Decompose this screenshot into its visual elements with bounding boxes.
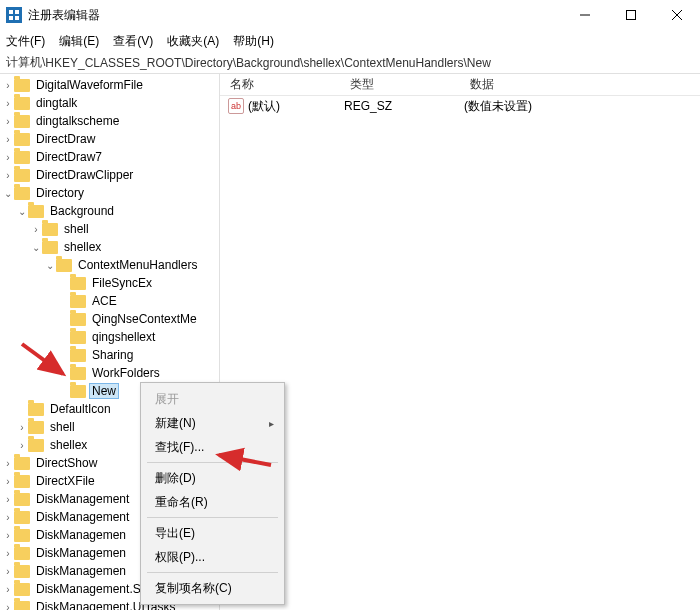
cm-new[interactable]: 新建(N)▸ [141, 411, 284, 435]
tree-label: DiskManagement [34, 510, 131, 524]
tree-item[interactable]: ACE [0, 292, 219, 310]
folder-icon [14, 547, 30, 560]
tree-item[interactable]: ⌄ContextMenuHandlers [0, 256, 219, 274]
cm-label: 查找(F)... [155, 439, 204, 456]
cm-find[interactable]: 查找(F)... [141, 435, 284, 459]
cm-export[interactable]: 导出(E) [141, 521, 284, 545]
tree-label: Directory [34, 186, 86, 200]
folder-icon [14, 133, 30, 146]
close-button[interactable] [654, 0, 700, 30]
chevron-right-icon[interactable]: › [16, 440, 28, 451]
value-type: REG_SZ [344, 99, 464, 113]
folder-icon [56, 259, 72, 272]
chevron-right-icon[interactable]: › [2, 476, 14, 487]
tree-item[interactable]: ›DirectDrawClipper [0, 166, 219, 184]
tree-label: DirectShow [34, 456, 99, 470]
tree-label: DigitalWaveformFile [34, 78, 145, 92]
folder-icon [14, 601, 30, 611]
folder-icon [28, 403, 44, 416]
cm-label: 复制项名称(C) [155, 580, 232, 597]
menu-edit[interactable]: 编辑(E) [59, 33, 99, 50]
folder-icon [70, 367, 86, 380]
chevron-right-icon[interactable]: › [2, 548, 14, 559]
value-row[interactable]: ab (默认) REG_SZ (数值未设置) [220, 96, 700, 116]
chevron-right-icon[interactable]: › [2, 134, 14, 145]
chevron-down-icon[interactable]: ⌄ [2, 188, 14, 199]
cm-permissions[interactable]: 权限(P)... [141, 545, 284, 569]
path-value: HKEY_CLASSES_ROOT\Directory\Background\s… [45, 56, 491, 70]
chevron-right-icon[interactable]: › [2, 152, 14, 163]
tree-label: WorkFolders [90, 366, 162, 380]
chevron-right-icon[interactable]: › [2, 98, 14, 109]
tree-item[interactable]: qingshellext [0, 328, 219, 346]
tree-item[interactable]: ⌄Directory [0, 184, 219, 202]
tree-item[interactable]: ›dingtalk [0, 94, 219, 112]
chevron-right-icon[interactable]: › [2, 602, 14, 611]
chevron-right-icon[interactable]: › [2, 116, 14, 127]
app-icon [6, 7, 22, 23]
chevron-right-icon[interactable]: › [2, 494, 14, 505]
cm-separator [147, 462, 278, 463]
tree-item[interactable]: FileSyncEx [0, 274, 219, 292]
window-title: 注册表编辑器 [28, 7, 562, 24]
menu-help[interactable]: 帮助(H) [233, 33, 274, 50]
minimize-button[interactable] [562, 0, 608, 30]
svg-rect-1 [15, 10, 19, 14]
tree-item[interactable]: Sharing [0, 346, 219, 364]
tree-label: DirectDrawClipper [34, 168, 135, 182]
cm-label: 权限(P)... [155, 549, 205, 566]
tree-item[interactable]: ›DirectDraw7 [0, 148, 219, 166]
chevron-right-icon[interactable]: › [2, 512, 14, 523]
cm-label: 重命名(R) [155, 494, 208, 511]
chevron-right-icon[interactable]: › [2, 530, 14, 541]
tree-item[interactable]: WorkFolders [0, 364, 219, 382]
col-name[interactable]: 名称 [220, 76, 340, 93]
values-panel[interactable]: 名称 类型 数据 ab (默认) REG_SZ (数值未设置) [220, 74, 700, 610]
cm-label: 导出(E) [155, 525, 195, 542]
tree-item[interactable]: QingNseContextMe [0, 310, 219, 328]
menu-file[interactable]: 文件(F) [6, 33, 45, 50]
cm-rename[interactable]: 重命名(R) [141, 490, 284, 514]
tree-item[interactable]: ›shell [0, 220, 219, 238]
tree-label: DirectDraw7 [34, 150, 104, 164]
tree-label: DirectDraw [34, 132, 97, 146]
cm-label: 删除(D) [155, 470, 196, 487]
cm-expand: 展开 [141, 387, 284, 411]
menu-favorites[interactable]: 收藏夹(A) [167, 33, 219, 50]
tree-item[interactable]: ›DigitalWaveformFile [0, 76, 219, 94]
chevron-right-icon[interactable]: › [16, 422, 28, 433]
chevron-right-icon[interactable]: › [2, 566, 14, 577]
content-area: ›DigitalWaveformFile ›dingtalk ›dingtalk… [0, 74, 700, 610]
tree-item[interactable]: ›DirectDraw [0, 130, 219, 148]
tree-item[interactable]: ⌄Background [0, 202, 219, 220]
svg-rect-0 [9, 10, 13, 14]
chevron-down-icon[interactable]: ⌄ [16, 206, 28, 217]
cm-copy-key-name[interactable]: 复制项名称(C) [141, 576, 284, 600]
menu-view[interactable]: 查看(V) [113, 33, 153, 50]
tree-label: DiskManagemen [34, 564, 128, 578]
folder-icon [28, 439, 44, 452]
col-data[interactable]: 数据 [460, 76, 700, 93]
chevron-down-icon[interactable]: ⌄ [30, 242, 42, 253]
cm-label: 新建(N) [155, 415, 196, 432]
tree-label: FileSyncEx [90, 276, 154, 290]
chevron-right-icon[interactable]: › [30, 224, 42, 235]
folder-icon [14, 493, 30, 506]
cm-delete[interactable]: 删除(D) [141, 466, 284, 490]
titlebar: 注册表编辑器 [0, 0, 700, 30]
chevron-right-icon[interactable]: › [2, 170, 14, 181]
chevron-right-icon[interactable]: › [2, 584, 14, 595]
folder-icon [14, 97, 30, 110]
chevron-down-icon[interactable]: ⌄ [44, 260, 56, 271]
chevron-right-icon[interactable]: › [2, 458, 14, 469]
col-type[interactable]: 类型 [340, 76, 460, 93]
chevron-right-icon[interactable]: › [2, 80, 14, 91]
folder-icon [70, 295, 86, 308]
tree-item[interactable]: ⌄shellex [0, 238, 219, 256]
folder-icon [14, 457, 30, 470]
folder-icon [14, 565, 30, 578]
tree-label: shellex [62, 240, 103, 254]
tree-item[interactable]: ›dingtalkscheme [0, 112, 219, 130]
path-bar[interactable]: 计算机\HKEY_CLASSES_ROOT\Directory\Backgrou… [0, 52, 700, 74]
maximize-button[interactable] [608, 0, 654, 30]
